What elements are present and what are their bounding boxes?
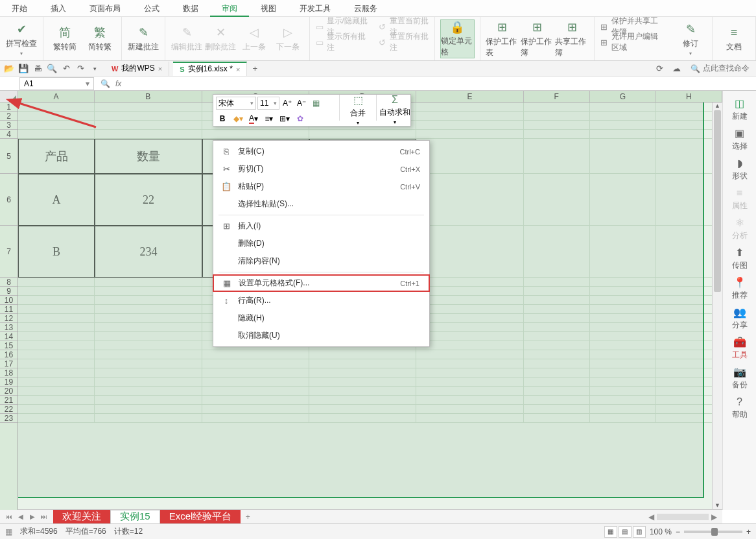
menu-tab-6[interactable]: 视图 bbox=[249, 0, 288, 17]
cell[interactable] bbox=[309, 359, 416, 368]
cell[interactable] bbox=[18, 287, 95, 296]
undo-icon[interactable]: ↶ bbox=[60, 62, 73, 75]
scroll-thumb[interactable] bbox=[714, 110, 721, 292]
bold-button[interactable]: B bbox=[216, 112, 229, 125]
cell[interactable] bbox=[18, 405, 95, 414]
cell[interactable] bbox=[18, 314, 95, 323]
ctx-item[interactable]: ▦设置单元格格式(F)...Ctrl+1 bbox=[213, 274, 430, 292]
view-page-button[interactable]: ▤ bbox=[619, 526, 632, 538]
cell[interactable] bbox=[524, 350, 590, 359]
cell[interactable]: 产品 bbox=[18, 139, 95, 174]
cell[interactable] bbox=[95, 323, 202, 332]
cell[interactable] bbox=[524, 287, 590, 296]
cell[interactable] bbox=[590, 368, 656, 377]
row-header-12[interactable]: 12 bbox=[0, 314, 18, 323]
side-analyze-button[interactable]: ⚛分析 bbox=[726, 215, 754, 243]
cell[interactable] bbox=[590, 387, 656, 396]
cell[interactable] bbox=[590, 174, 656, 226]
cell[interactable] bbox=[18, 414, 95, 423]
ctx-item[interactable]: ⊞插入(I) bbox=[213, 217, 429, 235]
prev-comment-button[interactable]: ◁上一条 bbox=[238, 19, 270, 58]
cell[interactable] bbox=[416, 102, 523, 112]
cell[interactable] bbox=[202, 130, 309, 139]
cell[interactable] bbox=[309, 368, 416, 377]
row-header-17[interactable]: 17 bbox=[0, 359, 18, 368]
autosum-button[interactable]: Σ自动求和▾ bbox=[379, 95, 410, 125]
last-sheet-icon[interactable]: ⏭ bbox=[39, 513, 49, 520]
row-header-21[interactable]: 21 bbox=[0, 396, 18, 405]
cell[interactable] bbox=[590, 296, 656, 305]
cell[interactable] bbox=[416, 112, 523, 121]
cell[interactable] bbox=[18, 332, 95, 341]
cell[interactable] bbox=[416, 405, 523, 414]
cell[interactable] bbox=[95, 287, 202, 296]
menu-tab-8[interactable]: 云服务 bbox=[342, 0, 389, 17]
cell[interactable] bbox=[18, 102, 95, 112]
cell[interactable] bbox=[590, 323, 656, 332]
cell[interactable] bbox=[590, 121, 656, 130]
add-sheet-button[interactable]: + bbox=[241, 512, 255, 521]
cell[interactable] bbox=[95, 359, 202, 368]
print-preview-icon[interactable]: 🔍 bbox=[45, 62, 58, 75]
ctx-item[interactable]: 清除内容(N) bbox=[213, 252, 429, 270]
show-all-comments-button[interactable]: ▭显示所有批注 bbox=[313, 35, 370, 49]
doc-tab-wps[interactable]: W我的WPS× bbox=[105, 62, 169, 76]
name-box[interactable]: ▾ bbox=[19, 77, 94, 90]
cell[interactable] bbox=[416, 226, 523, 278]
cell[interactable] bbox=[18, 350, 95, 359]
revision-button[interactable]: ✎修订▾ bbox=[674, 19, 707, 58]
side-shape-button[interactable]: ◗形状 bbox=[726, 156, 754, 183]
side-new-button[interactable]: ◫新建 bbox=[726, 96, 754, 123]
cell[interactable] bbox=[416, 332, 523, 341]
cell[interactable] bbox=[95, 405, 202, 414]
share-book-button[interactable]: ⊞共享工作簿 bbox=[555, 19, 589, 58]
cell[interactable] bbox=[309, 405, 416, 414]
font-color-button[interactable]: A▾ bbox=[247, 112, 260, 125]
cell[interactable] bbox=[416, 359, 523, 368]
cell[interactable] bbox=[590, 130, 656, 139]
cell[interactable] bbox=[590, 332, 656, 341]
cell[interactable] bbox=[18, 323, 95, 332]
cell[interactable] bbox=[95, 414, 202, 423]
ctx-item[interactable]: 取消隐藏(U) bbox=[213, 327, 429, 344]
cell[interactable] bbox=[309, 387, 416, 396]
cell[interactable] bbox=[524, 102, 590, 112]
cell[interactable] bbox=[95, 377, 202, 387]
cell[interactable] bbox=[524, 323, 590, 332]
row-header-16[interactable]: 16 bbox=[0, 350, 18, 359]
grid-icon[interactable]: ▦ bbox=[5, 527, 12, 536]
cell[interactable] bbox=[95, 278, 202, 287]
cell[interactable] bbox=[309, 350, 416, 359]
search-command[interactable]: 🔍点此查找命令 bbox=[687, 63, 753, 74]
cell[interactable]: B bbox=[18, 226, 95, 278]
cell[interactable] bbox=[524, 121, 590, 130]
next-sheet-icon[interactable]: ▶ bbox=[27, 513, 38, 520]
protect-book-button[interactable]: ⊞保护工作簿 bbox=[521, 19, 554, 58]
cell[interactable] bbox=[18, 396, 95, 405]
cell[interactable] bbox=[524, 314, 590, 323]
cell[interactable] bbox=[309, 414, 416, 423]
banner-welcome[interactable]: 欢迎关注 bbox=[53, 510, 110, 524]
zoom-slider[interactable] bbox=[684, 531, 742, 533]
cell[interactable] bbox=[416, 350, 523, 359]
cell[interactable] bbox=[309, 396, 416, 405]
cell[interactable] bbox=[416, 323, 523, 332]
banner-platform[interactable]: Excel经验平台 bbox=[160, 510, 241, 524]
side-share-button[interactable]: 👥分享 bbox=[726, 305, 754, 332]
zoom-out-button[interactable]: − bbox=[676, 527, 680, 536]
cell[interactable] bbox=[18, 278, 95, 287]
cell[interactable] bbox=[590, 112, 656, 121]
cell[interactable] bbox=[416, 341, 523, 350]
row-header-15[interactable]: 15 bbox=[0, 341, 18, 350]
increase-font-button[interactable]: A⁺ bbox=[281, 97, 294, 110]
scroll-up-icon[interactable]: ▲ bbox=[713, 102, 722, 110]
vertical-scrollbar[interactable]: ▲ ▼ bbox=[712, 102, 722, 510]
print-icon[interactable]: 🖶 bbox=[31, 62, 44, 75]
cell[interactable] bbox=[18, 130, 95, 139]
cell[interactable] bbox=[18, 387, 95, 396]
cell[interactable]: 数量 bbox=[95, 139, 202, 174]
row-header-19[interactable]: 19 bbox=[0, 377, 18, 387]
cell[interactable] bbox=[524, 112, 590, 121]
cell[interactable] bbox=[202, 377, 309, 387]
cell[interactable] bbox=[524, 174, 590, 226]
